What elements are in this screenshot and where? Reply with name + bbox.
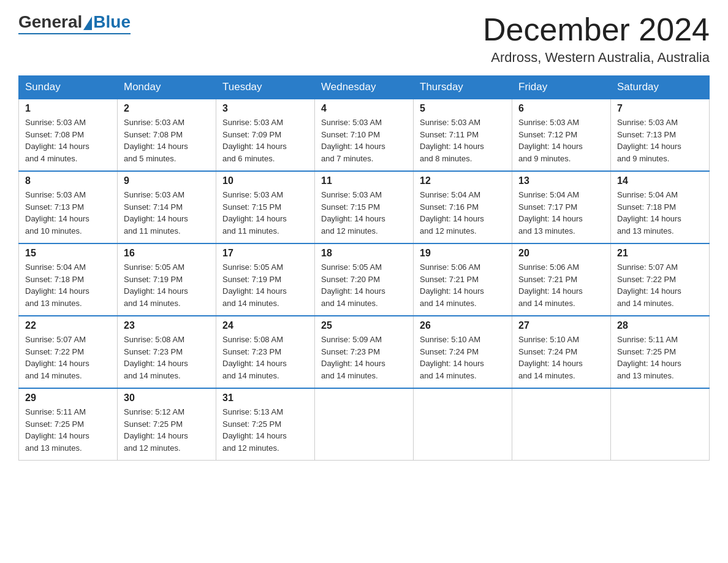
day-number: 23: [124, 320, 210, 331]
day-number: 26: [420, 320, 506, 331]
day-cell: 28 Sunrise: 5:11 AM Sunset: 7:25 PM Dayl…: [611, 316, 710, 388]
day-number: 6: [518, 103, 604, 114]
day-number: 11: [321, 175, 407, 186]
day-info: Sunrise: 5:05 AM Sunset: 7:19 PM Dayligh…: [222, 261, 308, 309]
day-cell: 19 Sunrise: 5:06 AM Sunset: 7:21 PM Dayl…: [414, 243, 512, 316]
day-number: 13: [518, 175, 604, 186]
page-subtitle: Ardross, Western Australia, Australia: [483, 50, 710, 66]
day-number: 14: [617, 175, 703, 186]
day-cell: [611, 388, 710, 461]
day-cell: [414, 388, 512, 461]
day-cell: 9 Sunrise: 5:03 AM Sunset: 7:14 PM Dayli…: [118, 171, 216, 243]
day-cell: 22 Sunrise: 5:07 AM Sunset: 7:22 PM Dayl…: [19, 316, 118, 388]
day-info: Sunrise: 5:03 AM Sunset: 7:10 PM Dayligh…: [321, 117, 407, 164]
day-cell: 26 Sunrise: 5:10 AM Sunset: 7:24 PM Dayl…: [414, 316, 512, 388]
day-cell: [315, 388, 414, 461]
week-row-1: 1 Sunrise: 5:03 AM Sunset: 7:08 PM Dayli…: [19, 99, 710, 171]
day-info: Sunrise: 5:03 AM Sunset: 7:14 PM Dayligh…: [124, 189, 210, 237]
logo-underline: [18, 33, 131, 34]
day-cell: 2 Sunrise: 5:03 AM Sunset: 7:08 PM Dayli…: [118, 99, 216, 171]
column-header-tuesday: Tuesday: [216, 76, 315, 99]
day-cell: 8 Sunrise: 5:03 AM Sunset: 7:13 PM Dayli…: [19, 171, 118, 243]
day-number: 18: [321, 248, 407, 259]
day-info: Sunrise: 5:03 AM Sunset: 7:15 PM Dayligh…: [222, 189, 308, 237]
calendar-table: SundayMondayTuesdayWednesdayThursdayFrid…: [18, 75, 710, 461]
day-info: Sunrise: 5:03 AM Sunset: 7:13 PM Dayligh…: [25, 189, 111, 237]
column-header-saturday: Saturday: [611, 76, 710, 99]
day-cell: 17 Sunrise: 5:05 AM Sunset: 7:19 PM Dayl…: [216, 243, 315, 316]
day-number: 7: [617, 103, 703, 114]
day-number: 1: [25, 103, 111, 114]
day-info: Sunrise: 5:04 AM Sunset: 7:18 PM Dayligh…: [25, 261, 111, 309]
day-number: 30: [124, 393, 210, 404]
column-header-sunday: Sunday: [19, 76, 118, 99]
day-number: 29: [25, 393, 111, 404]
day-info: Sunrise: 5:10 AM Sunset: 7:24 PM Dayligh…: [518, 334, 604, 381]
day-number: 8: [25, 175, 111, 186]
day-info: Sunrise: 5:08 AM Sunset: 7:23 PM Dayligh…: [222, 334, 308, 381]
day-cell: 5 Sunrise: 5:03 AM Sunset: 7:11 PM Dayli…: [414, 99, 512, 171]
day-info: Sunrise: 5:05 AM Sunset: 7:20 PM Dayligh…: [321, 261, 407, 309]
day-cell: 21 Sunrise: 5:07 AM Sunset: 7:22 PM Dayl…: [611, 243, 710, 316]
logo-triangle-icon: [83, 17, 92, 30]
day-info: Sunrise: 5:09 AM Sunset: 7:23 PM Dayligh…: [321, 334, 407, 381]
day-info: Sunrise: 5:03 AM Sunset: 7:13 PM Dayligh…: [617, 117, 703, 164]
day-info: Sunrise: 5:03 AM Sunset: 7:09 PM Dayligh…: [222, 117, 308, 164]
day-number: 17: [222, 248, 308, 259]
day-cell: 3 Sunrise: 5:03 AM Sunset: 7:09 PM Dayli…: [216, 99, 315, 171]
day-cell: 30 Sunrise: 5:12 AM Sunset: 7:25 PM Dayl…: [118, 388, 216, 461]
day-cell: 1 Sunrise: 5:03 AM Sunset: 7:08 PM Dayli…: [19, 99, 118, 171]
page-header: General Blue December 2024 Ardross, West…: [18, 12, 710, 66]
day-cell: 6 Sunrise: 5:03 AM Sunset: 7:12 PM Dayli…: [512, 99, 611, 171]
column-header-friday: Friday: [512, 76, 611, 99]
day-info: Sunrise: 5:10 AM Sunset: 7:24 PM Dayligh…: [420, 334, 506, 381]
day-info: Sunrise: 5:03 AM Sunset: 7:15 PM Dayligh…: [321, 189, 407, 237]
day-number: 16: [124, 248, 210, 259]
logo: General Blue: [18, 12, 131, 34]
day-number: 20: [518, 248, 604, 259]
day-info: Sunrise: 5:03 AM Sunset: 7:12 PM Dayligh…: [518, 117, 604, 164]
day-cell: 12 Sunrise: 5:04 AM Sunset: 7:16 PM Dayl…: [414, 171, 512, 243]
day-info: Sunrise: 5:03 AM Sunset: 7:08 PM Dayligh…: [124, 117, 210, 164]
day-info: Sunrise: 5:05 AM Sunset: 7:19 PM Dayligh…: [124, 261, 210, 309]
day-number: 9: [124, 175, 210, 186]
day-number: 15: [25, 248, 111, 259]
day-number: 4: [321, 103, 407, 114]
day-cell: 18 Sunrise: 5:05 AM Sunset: 7:20 PM Dayl…: [315, 243, 414, 316]
week-row-3: 15 Sunrise: 5:04 AM Sunset: 7:18 PM Dayl…: [19, 243, 710, 316]
day-info: Sunrise: 5:11 AM Sunset: 7:25 PM Dayligh…: [25, 406, 111, 454]
title-area: December 2024 Ardross, Western Australia…: [483, 12, 710, 66]
day-info: Sunrise: 5:04 AM Sunset: 7:16 PM Dayligh…: [420, 189, 506, 237]
day-info: Sunrise: 5:04 AM Sunset: 7:18 PM Dayligh…: [617, 189, 703, 237]
day-cell: 4 Sunrise: 5:03 AM Sunset: 7:10 PM Dayli…: [315, 99, 414, 171]
day-info: Sunrise: 5:08 AM Sunset: 7:23 PM Dayligh…: [124, 334, 210, 381]
column-header-monday: Monday: [118, 76, 216, 99]
day-number: 22: [25, 320, 111, 331]
day-number: 2: [124, 103, 210, 114]
page-title: December 2024: [483, 12, 710, 47]
day-number: 31: [222, 393, 308, 404]
day-number: 5: [420, 103, 506, 114]
day-number: 21: [617, 248, 703, 259]
week-row-5: 29 Sunrise: 5:11 AM Sunset: 7:25 PM Dayl…: [19, 388, 710, 461]
header-row: SundayMondayTuesdayWednesdayThursdayFrid…: [19, 76, 710, 99]
day-number: 25: [321, 320, 407, 331]
week-row-2: 8 Sunrise: 5:03 AM Sunset: 7:13 PM Dayli…: [19, 171, 710, 243]
logo-blue-text: Blue: [93, 12, 131, 32]
day-cell: 20 Sunrise: 5:06 AM Sunset: 7:21 PM Dayl…: [512, 243, 611, 316]
day-number: 28: [617, 320, 703, 331]
day-number: 19: [420, 248, 506, 259]
day-info: Sunrise: 5:03 AM Sunset: 7:11 PM Dayligh…: [420, 117, 506, 164]
day-number: 3: [222, 103, 308, 114]
day-number: 24: [222, 320, 308, 331]
day-info: Sunrise: 5:12 AM Sunset: 7:25 PM Dayligh…: [124, 406, 210, 454]
day-cell: 16 Sunrise: 5:05 AM Sunset: 7:19 PM Dayl…: [118, 243, 216, 316]
day-cell: 24 Sunrise: 5:08 AM Sunset: 7:23 PM Dayl…: [216, 316, 315, 388]
day-info: Sunrise: 5:13 AM Sunset: 7:25 PM Dayligh…: [222, 406, 308, 454]
day-info: Sunrise: 5:06 AM Sunset: 7:21 PM Dayligh…: [420, 261, 506, 309]
day-cell: 15 Sunrise: 5:04 AM Sunset: 7:18 PM Dayl…: [19, 243, 118, 316]
column-header-thursday: Thursday: [414, 76, 512, 99]
day-info: Sunrise: 5:11 AM Sunset: 7:25 PM Dayligh…: [617, 334, 703, 381]
day-info: Sunrise: 5:03 AM Sunset: 7:08 PM Dayligh…: [25, 117, 111, 164]
day-cell: [512, 388, 611, 461]
